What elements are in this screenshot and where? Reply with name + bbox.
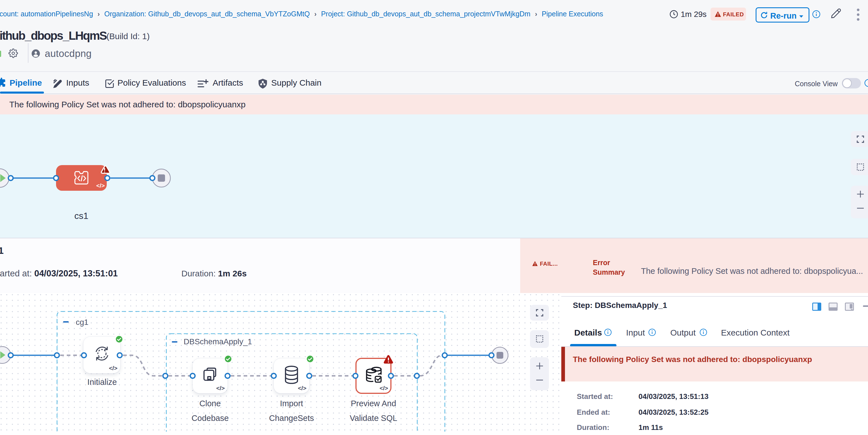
svg-text:</>: </> (96, 182, 105, 189)
